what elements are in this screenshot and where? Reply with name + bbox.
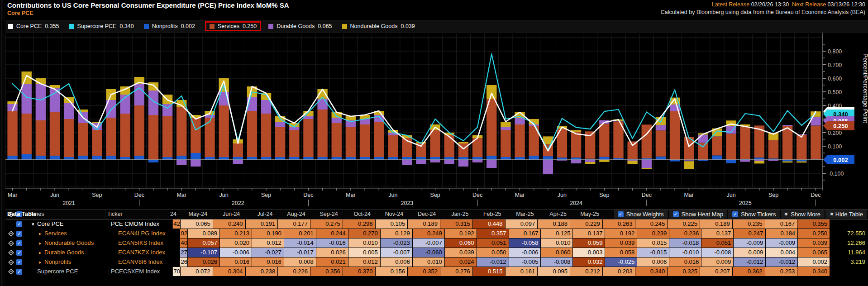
x-tick-label: Mar bbox=[8, 192, 18, 198]
checkbox[interactable]: ✓ bbox=[673, 211, 679, 217]
checkbox[interactable]: ✓ bbox=[618, 211, 624, 217]
ticker-cell[interactable]: ECAN5IKS Index bbox=[116, 238, 180, 248]
control-show-tickers[interactable]: ✓Show Tickers bbox=[727, 210, 780, 219]
row-move-handle[interactable] bbox=[5, 257, 16, 267]
row-checkbox-cell[interactable]: ✓ bbox=[16, 229, 28, 238]
bar-segment-services bbox=[275, 127, 285, 157]
bar-segment-services bbox=[346, 127, 356, 157]
expand-arrow-icon[interactable]: ▸ bbox=[39, 248, 44, 257]
bar-segment-services bbox=[360, 124, 370, 157]
bar-segment-services bbox=[106, 118, 116, 156]
data-table-bar: Data Table ✓Show Weights✓Show Heat Map✓S… bbox=[5, 209, 868, 219]
heat-value-cell: 0.340 bbox=[635, 267, 668, 276]
bar-segment-durable-goods bbox=[501, 127, 510, 130]
bar-segment-nonprofits bbox=[134, 156, 144, 160]
row-move-handle[interactable] bbox=[5, 238, 16, 248]
bar-segment-nonprofits bbox=[219, 157, 229, 160]
bar-segment-nonprofits bbox=[332, 157, 342, 160]
ticker-cell[interactable]: PCE CMOM Index bbox=[109, 219, 173, 229]
release-info: Latest Release 02/20/26 13:30 Next Relea… bbox=[661, 1, 865, 15]
legend-item-durable-goods[interactable]: Durable Goods0.065 bbox=[268, 23, 332, 29]
legend-item-supercore-pce[interactable]: Supercore PCE0.340 bbox=[69, 23, 134, 29]
ticker-cell[interactable]: ECAN7KZX Index bbox=[116, 248, 180, 257]
legend-label: Supercore PCE bbox=[77, 23, 117, 29]
row-checkbox-cell[interactable]: ✓ bbox=[16, 248, 28, 257]
table-row-services[interactable]: ✓▸ServicesECAN4LPG Index020.0890.2130.19… bbox=[5, 229, 868, 238]
move-handle-icon[interactable] bbox=[8, 240, 14, 246]
bar-segment-nonprofits bbox=[374, 157, 384, 160]
row-checkbox-cell[interactable]: ✓ bbox=[16, 238, 28, 248]
legend-label: Nondurable Goods bbox=[350, 23, 398, 29]
row-move-handle[interactable] bbox=[5, 248, 16, 257]
series-name[interactable]: ▸Nonprofits bbox=[28, 257, 116, 267]
y-tick-label: 0.500 bbox=[828, 89, 842, 95]
weight-cell: 72.550 bbox=[830, 229, 868, 238]
move-handle-icon[interactable] bbox=[8, 231, 14, 237]
expand-arrow-icon[interactable]: ▸ bbox=[39, 238, 44, 248]
checkbox[interactable]: ✓ bbox=[16, 231, 22, 237]
table-row-nonprofits[interactable]: ✓▸NonprofitsECANV8I6 Index260.0260.0160.… bbox=[5, 257, 868, 267]
ticker-cell[interactable]: PCECSXEM Index bbox=[109, 267, 173, 276]
checkbox[interactable]: ✓ bbox=[16, 250, 22, 256]
bar-segment-services bbox=[148, 115, 158, 160]
bar-segment-services bbox=[78, 123, 88, 156]
checkbox[interactable]: ✓ bbox=[16, 259, 22, 265]
legend-item-services[interactable]: Services0.250 bbox=[205, 21, 261, 31]
y-tick-label: 0.800 bbox=[828, 48, 842, 55]
control-show-heat-map[interactable]: ✓Show Heat Map bbox=[668, 210, 728, 219]
checkbox[interactable]: ✓ bbox=[732, 211, 738, 217]
bar-segment-nondurable-goods bbox=[754, 161, 764, 163]
series-name[interactable]: ▸Services bbox=[28, 229, 116, 238]
bar-segment-durable-goods bbox=[486, 160, 496, 168]
checkbox[interactable]: ✓ bbox=[16, 269, 22, 275]
next-release-label: Next Release bbox=[792, 1, 826, 8]
heat-value-cell: 0.039 bbox=[445, 248, 477, 257]
row-checkbox-cell[interactable]: ✓ bbox=[16, 267, 28, 276]
legend-item-core-pce[interactable]: Core PCE0.355 bbox=[8, 23, 59, 29]
checkbox[interactable]: ✓ bbox=[16, 240, 22, 246]
ticker-cell[interactable]: ECAN4LPG Index bbox=[116, 229, 180, 238]
heat-value-cell: 0.235 bbox=[733, 219, 765, 229]
series-name[interactable]: Supercore PCE bbox=[28, 267, 109, 276]
heat-value-cell: 0.006 bbox=[637, 257, 669, 267]
expand-arrow-icon[interactable]: ▸ bbox=[39, 229, 44, 238]
bar-segment-nonprofits bbox=[289, 157, 299, 160]
move-handle-icon[interactable] bbox=[8, 259, 14, 265]
heat-value-cell: 0.192 bbox=[445, 229, 477, 238]
x-tick-label: Jun bbox=[219, 192, 229, 198]
x-tick-label: Mar bbox=[176, 192, 186, 198]
bloomberg-pce-screen: MarJunSepDecMarJunSepDecMarJunSepDecMarJ… bbox=[0, 0, 868, 286]
table-row-durable-goods[interactable]: ✓▸Durable GoodsECAN7KZX Index27-0.107-0.… bbox=[5, 248, 868, 257]
series-name[interactable]: ▾Core PCE bbox=[28, 219, 109, 229]
bar-segment-services bbox=[374, 122, 384, 157]
control-hide-table[interactable]: »Hide Table bbox=[825, 210, 867, 219]
control-show-weights[interactable]: ✓Show Weights bbox=[613, 210, 668, 219]
ticker-cell[interactable]: ECANV8I6 Index bbox=[116, 257, 180, 267]
x-tick-label: Sep bbox=[261, 192, 271, 198]
weight-cell: 11.964 bbox=[830, 248, 868, 257]
legend-label: Nonprofits bbox=[152, 23, 178, 29]
series-name[interactable]: ▸Durable Goods bbox=[28, 248, 116, 257]
row-move-handle[interactable] bbox=[5, 229, 16, 238]
bar-segment-nonprofits bbox=[472, 157, 482, 160]
table-row-core-pce[interactable]: ✓▾Core PCEPCE CMOM Index420.0650.2400.19… bbox=[5, 219, 868, 229]
table-row-supercore-pce[interactable]: ✓Supercore PCEPCECSXEM Index700.0720.304… bbox=[5, 267, 868, 276]
series-name[interactable]: ▸Nondurable Goods bbox=[28, 238, 116, 248]
row-move-handle[interactable] bbox=[5, 267, 16, 276]
control-label: Show Heat Map bbox=[682, 211, 724, 218]
move-handle-icon[interactable] bbox=[8, 269, 14, 275]
checkbox[interactable]: ✓ bbox=[16, 221, 22, 227]
heat-value-cell: 0.192 bbox=[605, 229, 637, 238]
bar-segment-services bbox=[219, 105, 229, 157]
row-checkbox-cell[interactable]: ✓ bbox=[16, 219, 28, 229]
expand-arrow-icon[interactable]: ▸ bbox=[39, 257, 44, 267]
expand-arrow-icon[interactable]: ▾ bbox=[32, 219, 37, 229]
table-row-nondurable-goods[interactable]: ✓▸Nondurable GoodsECAN5IKS Index400.0570… bbox=[5, 238, 868, 248]
bar-segment-services bbox=[726, 133, 736, 160]
move-handle-icon[interactable] bbox=[8, 250, 14, 256]
control-show-more[interactable]: »Show More bbox=[780, 210, 825, 219]
legend-item-nondurable-goods[interactable]: Nondurable Goods0.039 bbox=[342, 23, 415, 29]
bar-segment-services bbox=[599, 124, 609, 157]
row-checkbox-cell[interactable]: ✓ bbox=[16, 257, 28, 267]
legend-item-nonprofits[interactable]: Nonprofits0.002 bbox=[144, 23, 195, 29]
